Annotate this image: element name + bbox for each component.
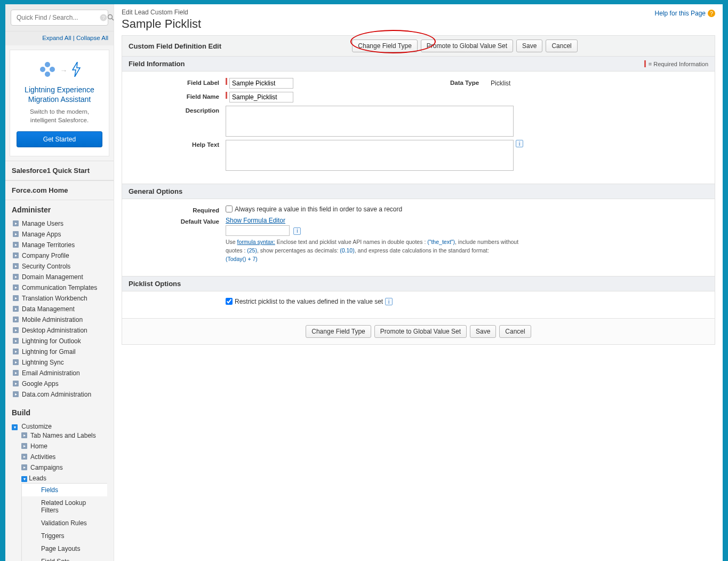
required-text: Always require a value in this field in … (235, 206, 402, 213)
sidebar-leaf-item[interactable]: Field Sets (22, 555, 107, 561)
main-content: Help for this Page ? Edit Lead Custom Fi… (114, 4, 723, 561)
change-field-type-button-bottom[interactable]: Change Field Type (306, 325, 371, 338)
required-indicator (226, 92, 227, 99)
promote-global-button-bottom[interactable]: Promote to Global Value Set (374, 325, 467, 338)
promote-global-button[interactable]: Promote to Global Value Set (421, 39, 513, 52)
expand-icon: ▸ (13, 252, 19, 258)
sidebar-item[interactable]: ▸Lightning Sync (12, 357, 107, 368)
collapse-icon: ▾ (21, 476, 27, 482)
arrow-icon: → (60, 66, 68, 75)
collapse-all-link[interactable]: Collapse All (76, 35, 108, 41)
sidebar-item[interactable]: ▸Campaigns (21, 462, 107, 473)
sidebar-leaf-item[interactable]: Fields (22, 484, 107, 496)
sidebar-item[interactable]: ▸Home (21, 441, 107, 452)
general-options-section-bar: General Options (122, 184, 715, 199)
search-icon[interactable] (107, 13, 115, 22)
collapse-icon: ▾ (12, 424, 18, 430)
field-label-label: Field Label (130, 78, 226, 89)
page-title: Sample Picklist (122, 17, 715, 31)
restrict-checkbox[interactable] (226, 298, 233, 305)
expand-all-link[interactable]: Expand All (42, 35, 71, 41)
expand-icon: ▸ (13, 359, 19, 365)
promo-subtitle: Switch to the modern, intelligent Salesf… (17, 107, 102, 124)
sidebar-item[interactable]: ▸Data Management (12, 304, 107, 314)
description-label: Description (130, 106, 226, 137)
sidebar-item[interactable]: ▸Translation Workbench (12, 293, 107, 304)
expand-icon: ▸ (21, 443, 27, 449)
save-button[interactable]: Save (516, 39, 542, 52)
sidebar-item[interactable]: ▸Domain Management (12, 272, 107, 282)
panel-header: Custom Field Definition Edit Change Fiel… (122, 35, 715, 57)
default-value-hint: Use formula syntax: Enclose text and pic… (226, 238, 524, 263)
svg-point-2 (108, 15, 113, 19)
sidebar-item[interactable]: ▸Manage Apps (12, 229, 107, 240)
cancel-button[interactable]: Cancel (546, 39, 577, 52)
restrict-text: Restrict picklist to the values defined … (235, 298, 383, 305)
bottom-button-bar: Change Field Type Promote to Global Valu… (122, 319, 715, 345)
field-name-label: Field Name (130, 92, 226, 102)
default-value-input[interactable] (226, 225, 290, 236)
sidebar-leaf-item[interactable]: Related Lookup Filters (22, 496, 107, 517)
field-name-input[interactable] (229, 92, 293, 102)
promo-title: Lightning Experience Migration Assistant (17, 85, 102, 104)
info-icon[interactable]: i (385, 298, 393, 305)
help-text-label: Help Text (130, 140, 226, 171)
get-started-button[interactable]: Get Started (17, 131, 102, 147)
save-button-bottom[interactable]: Save (470, 325, 496, 338)
administer-title: Administer (12, 206, 107, 214)
field-label-input[interactable] (229, 78, 293, 89)
sidebar-quick-start[interactable]: Salesforce1 Quick Start (5, 161, 114, 180)
expand-icon: ▸ (13, 295, 19, 301)
build-title: Build (12, 408, 107, 417)
sidebar-leaf-item[interactable]: Triggers (22, 530, 107, 542)
search-input[interactable] (13, 12, 100, 23)
panel-header-title: Custom Field Definition Edit (129, 42, 221, 50)
expand-icon: ▸ (13, 317, 19, 322)
help-text-textarea[interactable] (226, 140, 514, 171)
sidebar-item[interactable]: ▸Lightning for Outlook (12, 336, 107, 346)
svg-point-6 (40, 67, 45, 72)
cancel-button-bottom[interactable]: Cancel (499, 325, 531, 338)
sidebar-item[interactable]: ▸Manage Users (12, 218, 107, 229)
customize-node[interactable]: ▾ Customize ▸Tab Names and Labels▸Home▸A… (12, 421, 107, 561)
required-checkbox[interactable] (226, 206, 233, 212)
expand-icon: ▸ (13, 242, 19, 248)
expand-icon: ▸ (13, 231, 19, 237)
search-box: ? (11, 10, 108, 26)
general-options-title: General Options (129, 187, 182, 195)
sidebar-leaf-item[interactable]: Page Layouts (22, 542, 107, 555)
field-info-section-bar: Field Information = Required Information (122, 57, 715, 72)
sidebar-item[interactable]: ▸Google Apps (12, 378, 107, 389)
sidebar-force-home[interactable]: Force.com Home (5, 180, 114, 200)
sidebar-item[interactable]: ▸Data.com Administration (12, 389, 107, 400)
info-icon[interactable]: i (516, 140, 523, 147)
formula-syntax-link[interactable]: formula syntax: (237, 239, 275, 245)
svg-point-4 (45, 62, 50, 67)
sidebar-item[interactable]: ▸Manage Territories (12, 240, 107, 250)
build-section: Build ▾ Customize ▸Tab Names and Labels▸… (5, 403, 114, 561)
svg-point-7 (50, 67, 55, 72)
change-field-type-button[interactable]: Change Field Type (352, 39, 418, 52)
sidebar-item[interactable]: ▸Desktop Administration (12, 325, 107, 336)
description-textarea[interactable] (226, 106, 514, 137)
sidebar-item[interactable]: ▸Activities (21, 452, 107, 462)
sidebar-item[interactable]: ▸Email Administration (12, 368, 107, 378)
required-indicator (226, 78, 227, 85)
show-formula-link[interactable]: Show Formula Editor (226, 217, 285, 224)
sidebar-item[interactable]: ▸Company Profile (12, 250, 107, 261)
info-icon[interactable]: i (293, 227, 301, 235)
breadcrumb: Edit Lead Custom Field (122, 9, 715, 16)
sidebar-item[interactable]: ▸Tab Names and Labels (21, 430, 107, 441)
required-legend: = Required Information (644, 60, 708, 67)
svg-point-5 (45, 72, 50, 77)
help-link[interactable]: Help for this Page ? (655, 10, 715, 17)
expand-icon: ▸ (13, 349, 19, 354)
sidebar-item-leads[interactable]: ▾ LeadsFieldsRelated Lookup FiltersValid… (21, 473, 107, 561)
sidebar-item[interactable]: ▸Communication Templates (12, 282, 107, 293)
sidebar-item[interactable]: ▸Mobile Administration (12, 314, 107, 325)
clear-icon[interactable]: ? (100, 13, 107, 22)
expand-icon: ▸ (13, 327, 19, 333)
sidebar-item[interactable]: ▸Lightning for Gmail (12, 346, 107, 357)
sidebar-item[interactable]: ▸Security Controls (12, 261, 107, 272)
sidebar-leaf-item[interactable]: Validation Rules (22, 517, 107, 530)
